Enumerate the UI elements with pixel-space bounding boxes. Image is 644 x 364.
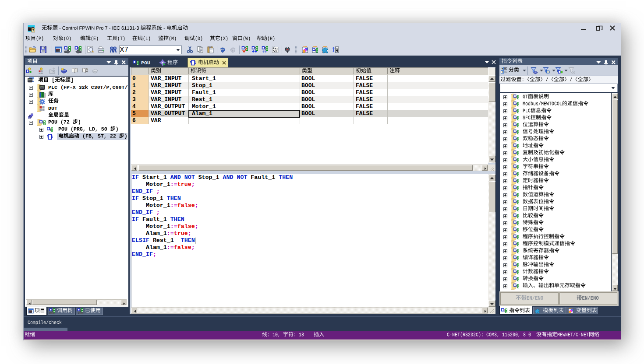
svg-text:7: 7 bbox=[32, 28, 34, 32]
